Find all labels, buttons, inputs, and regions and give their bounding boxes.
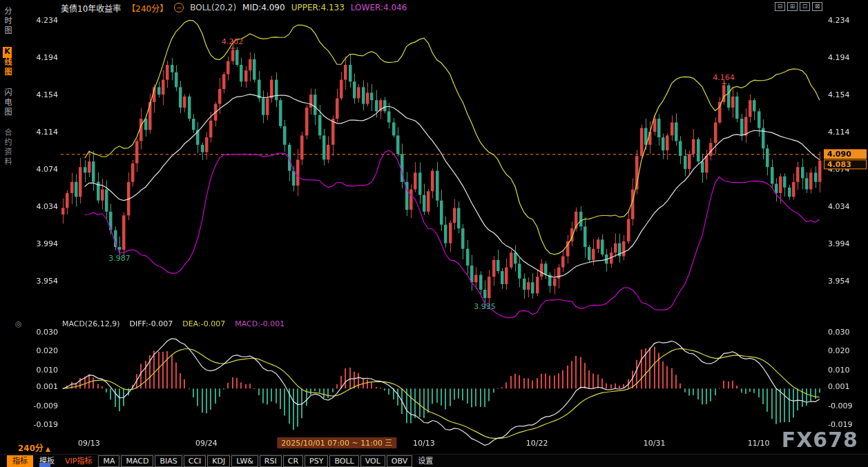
boll-indicator-label: BOLL(20,2) xyxy=(190,3,236,12)
layout-full-icon[interactable]: ⊠ xyxy=(812,2,822,11)
instrument-title: 美债10年收益率 xyxy=(61,2,121,14)
toolbar-tab-VIP指标[interactable]: VIP指标 xyxy=(61,455,96,467)
main-chart-canvas[interactable] xyxy=(32,17,868,453)
toolbar-tab-RSI[interactable]: RSI xyxy=(260,455,282,467)
period-badge-label: 240分 xyxy=(18,444,44,453)
sidebar-item-3[interactable]: 闪电图 xyxy=(1,88,12,117)
layout-left-icon[interactable]: ⊟ xyxy=(775,2,785,11)
left-chart-type-rail: 分时图K线图闪电图合约资料 xyxy=(0,0,14,459)
active-tab-badge: K xyxy=(3,47,12,58)
toolbar-tab-BIAS[interactable]: BIAS xyxy=(155,455,182,467)
macd-diff-value: DIFF:-0.007 xyxy=(130,319,173,328)
macd-dea-value: DEA:-0.007 xyxy=(182,319,225,328)
bottom-toolbar: 指标模板VIP指标MAMACDBIASCCIKDJLW&RSICRPSYBOLL… xyxy=(0,454,868,467)
blue-indicator xyxy=(39,463,50,467)
toolbar-tab-设置[interactable]: 设置 xyxy=(414,455,437,467)
layout-right-icon[interactable]: ⊡ xyxy=(800,2,810,11)
sidebar-item-4[interactable]: 合约资料 xyxy=(1,128,12,167)
macd-panel-icon[interactable]: ◎ xyxy=(15,319,22,328)
toolbar-tab-CR[interactable]: CR xyxy=(283,455,303,467)
top-info-bar: 美债10年收益率 【240分】 − BOLL(20,2) MID:4.090 U… xyxy=(14,0,868,15)
toolbar-tab-CCI[interactable]: CCI xyxy=(184,455,206,467)
sidebar-item-2[interactable]: K线图 xyxy=(1,47,12,77)
brand-watermark: FX678 xyxy=(782,428,858,452)
macd-macd-value: MACD:-0.001 xyxy=(235,319,284,328)
toolbar-tab-LW&[interactable]: LW& xyxy=(231,455,258,467)
boll-mid-value: MID:4.090 xyxy=(242,3,285,12)
window-layout-controls: ⊟⊞⊡⊠ xyxy=(775,2,822,11)
toolbar-tab-MA[interactable]: MA xyxy=(98,455,119,467)
app: 分时图K线图闪电图合约资料 美债10年收益率 【240分】 − BOLL(20,… xyxy=(0,0,868,467)
toolbar-tab-BOLL[interactable]: BOLL xyxy=(329,455,358,467)
collapse-icon[interactable]: − xyxy=(174,3,184,12)
toolbar-tab-OBV[interactable]: OBV xyxy=(387,455,412,467)
boll-upper-value: UPPER:4.133 xyxy=(291,3,345,12)
toolbar-tab-KDJ[interactable]: KDJ xyxy=(207,455,230,467)
period-label: 【240分】 xyxy=(127,2,168,14)
macd-header: MACD(26,12,9) DIFF:-0.007 DEA:-0.007 MAC… xyxy=(62,319,284,328)
toolbar-tab-指标[interactable]: 指标 xyxy=(7,455,33,467)
toolbar-tab-MACD[interactable]: MACD xyxy=(121,455,153,467)
period-expand-icon: ▲ xyxy=(46,446,50,453)
layout-grid-icon[interactable]: ⊞ xyxy=(787,2,798,11)
period-badge[interactable]: 240分▲ xyxy=(18,441,50,453)
sidebar-item-1[interactable]: 分时图 xyxy=(1,7,12,36)
toolbar-tab-VOL[interactable]: VOL xyxy=(360,455,385,467)
boll-lower-value: LOWER:4.046 xyxy=(351,3,407,12)
toolbar-tab-PSY[interactable]: PSY xyxy=(305,455,328,467)
macd-indicator-label: MACD(26,12,9) xyxy=(62,319,120,328)
